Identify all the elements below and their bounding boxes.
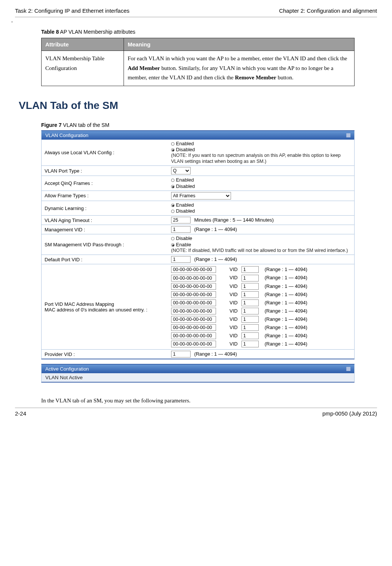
- range-mac-vid: (Range : 1 — 4094): [265, 282, 307, 290]
- radio-qinq-disabled[interactable]: Disabled: [171, 183, 351, 189]
- input-mac-address[interactable]: [171, 291, 216, 298]
- figure7-caption: Figure 7 VLAN tab of the SM: [41, 122, 355, 128]
- range-mac-vid: (Range : 1 — 4094): [265, 315, 307, 323]
- vid-label: VID: [230, 274, 238, 282]
- label-mac-mapping: Port VID MAC Address Mapping MAC address…: [42, 264, 168, 350]
- vid-label: VID: [230, 290, 238, 299]
- input-mac-vid[interactable]: [241, 316, 259, 323]
- input-mac-address[interactable]: [171, 308, 216, 314]
- range-provider-vid: (Range : 1 — 4094): [194, 351, 237, 357]
- header-right: Chapter 2: Configuration and alignment: [279, 7, 377, 14]
- collapse-icon[interactable]: [346, 133, 350, 137]
- label-port-type: VLAN Port Type :: [42, 166, 168, 176]
- range-mac-vid: (Range : 1 — 4094): [265, 290, 307, 299]
- radio-dynlearn-disabled[interactable]: Disabled: [171, 208, 351, 214]
- input-mac-vid[interactable]: [241, 341, 259, 347]
- input-mgmt-vid[interactable]: [171, 226, 191, 233]
- input-mac-address[interactable]: [171, 316, 216, 323]
- collapse-icon[interactable]: [346, 367, 350, 371]
- table8-meaning-cell: For each VLAN in which you want the AP t…: [124, 51, 355, 86]
- input-aging[interactable]: [171, 217, 191, 223]
- mac-mapping-block: VID(Range : 1 — 4094)VID(Range : 1 — 409…: [171, 265, 351, 348]
- input-mac-address[interactable]: [171, 283, 216, 290]
- input-mac-vid[interactable]: [241, 283, 259, 290]
- mac-mapping-row: VID(Range : 1 — 4094): [171, 307, 351, 315]
- range-mac-vid: (Range : 1 — 4094): [265, 307, 307, 315]
- vlan-config-panel: VLAN Configuration Always use Local VLAN…: [41, 130, 355, 360]
- radio-always-local-enabled[interactable]: Enabled: [171, 141, 351, 147]
- mac-mapping-row: VID(Range : 1 — 4094): [171, 290, 351, 299]
- vid-label: VID: [230, 323, 238, 332]
- input-mac-vid[interactable]: [241, 291, 259, 298]
- panel-title-vlan-config[interactable]: VLAN Configuration: [42, 131, 354, 140]
- input-mac-address[interactable]: [171, 299, 216, 306]
- range-mac-vid: (Range : 1 — 4094): [265, 265, 307, 274]
- mac-mapping-row: VID(Range : 1 — 4094): [171, 340, 351, 348]
- table8-header-meaning: Meaning: [124, 38, 355, 51]
- note-always-local: (NOTE: If you want to run spectrum analy…: [171, 153, 351, 164]
- active-config-panel: Active Configuration VLAN Not Active: [41, 364, 355, 383]
- figure7-caption-bold: Figure 7: [41, 122, 61, 128]
- footer-left: 2-24: [15, 410, 26, 417]
- vid-label: VID: [230, 340, 238, 348]
- label-always-local: Always use Local VLAN Config :: [42, 140, 168, 166]
- input-mac-vid[interactable]: [241, 275, 259, 282]
- input-default-port-vid[interactable]: [171, 256, 191, 263]
- range-mgmt-vid: (Range : 1 — 4094): [194, 226, 237, 232]
- radio-pass-enable[interactable]: Enable: [171, 242, 351, 248]
- footer-right: pmp-0050 (July 2012): [322, 410, 377, 417]
- cell-always-local: Enabled Disabled (NOTE: If you want to r…: [168, 140, 354, 166]
- panel-title-label: VLAN Configuration: [45, 133, 88, 138]
- active-panel-title-label: Active Configuration: [45, 366, 89, 372]
- header-left: Task 2: Configuring IP and Ethernet inte…: [15, 7, 130, 14]
- input-mac-address[interactable]: [171, 324, 216, 331]
- table8-attr-cell: VLAN Membership Table Configuration: [42, 51, 124, 86]
- table8: Attribute Meaning VLAN Membership Table …: [41, 38, 355, 86]
- input-mac-vid[interactable]: [241, 324, 259, 331]
- vid-label: VID: [230, 265, 238, 274]
- table8-header-attr: Attribute: [42, 38, 124, 51]
- vid-label: VID: [230, 315, 238, 323]
- radio-always-local-disabled[interactable]: Disabled: [171, 147, 351, 153]
- input-mac-vid[interactable]: [241, 299, 259, 306]
- label-provider-vid: Provider VID :: [42, 350, 168, 359]
- input-provider-vid[interactable]: [171, 351, 191, 357]
- table8-caption: Table 8 AP VLAN Membership attributes: [41, 29, 355, 35]
- table8-caption-rest: AP VLAN Membership attributes: [59, 29, 135, 35]
- select-port-type[interactable]: Q: [171, 167, 191, 174]
- input-mac-vid[interactable]: [241, 332, 259, 339]
- label-aging: VLAN Aging Timeout :: [42, 216, 168, 225]
- input-mac-vid[interactable]: [241, 308, 259, 314]
- input-mac-address[interactable]: [171, 341, 216, 347]
- table-row: VLAN Membership Table Configuration For …: [42, 51, 355, 86]
- range-mac-vid: (Range : 1 — 4094): [265, 332, 307, 340]
- table8-caption-bold: Table 8: [41, 29, 59, 35]
- vid-label: VID: [230, 299, 238, 307]
- mac-mapping-row: VID(Range : 1 — 4094): [171, 332, 351, 340]
- label-allow-frames: Allow Frame Types :: [42, 191, 168, 201]
- vid-label: VID: [230, 282, 238, 290]
- radio-qinq-enabled[interactable]: Enabled: [171, 177, 351, 183]
- config-table: Always use Local VLAN Config : Enabled D…: [42, 140, 354, 359]
- input-mac-address[interactable]: [171, 266, 216, 273]
- input-mac-address[interactable]: [171, 332, 216, 339]
- label-qinq: Accept QinQ Frames :: [42, 176, 168, 191]
- input-mac-vid[interactable]: [241, 266, 259, 273]
- input-mac-address[interactable]: [171, 275, 216, 282]
- mac-mapping-row: VID(Range : 1 — 4094): [171, 323, 351, 332]
- select-allow-frames[interactable]: All Frames: [171, 192, 231, 200]
- radio-pass-disable[interactable]: Disable: [171, 235, 351, 241]
- note-passthrough: (NOTE: If disabled, MVID traffic will no…: [171, 248, 351, 254]
- panel-title-active-config[interactable]: Active Configuration: [42, 365, 354, 373]
- mac-mapping-row: VID(Range : 1 — 4094): [171, 315, 351, 323]
- vlan-not-active-text: VLAN Not Active: [42, 373, 354, 382]
- dash-mark: -: [11, 19, 377, 24]
- label-dyn-learn: Dynamic Learning :: [42, 201, 168, 216]
- bottom-paragraph: In the VLAN tab of an SM, you may set th…: [41, 398, 355, 404]
- section-heading-vlan-sm: VLAN Tab of the SM: [19, 100, 355, 112]
- radio-dynlearn-enabled[interactable]: Enabled: [171, 202, 351, 208]
- label-default-port-vid: Default Port VID :: [42, 255, 168, 264]
- range-default-port-vid: (Range : 1 — 4094): [194, 256, 237, 262]
- mac-mapping-row: VID(Range : 1 — 4094): [171, 299, 351, 307]
- mac-mapping-row: VID(Range : 1 — 4094): [171, 282, 351, 290]
